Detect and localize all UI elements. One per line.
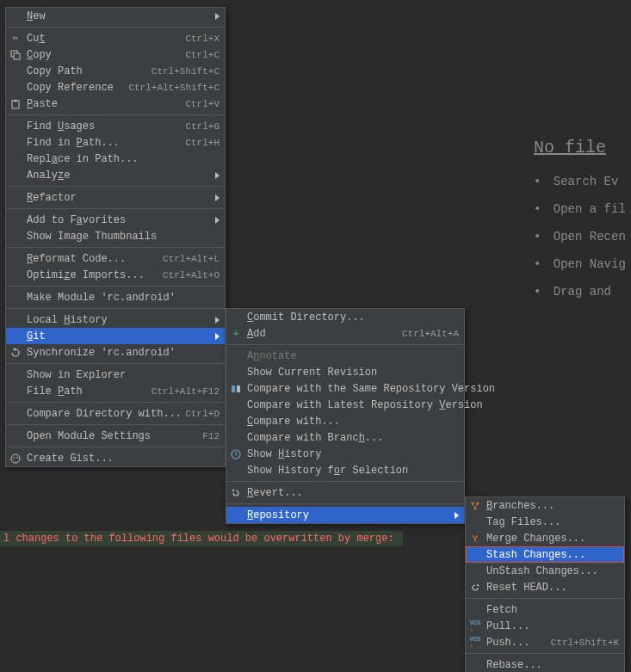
menu-separator (6, 186, 225, 187)
menu-separator (6, 208, 225, 209)
menu-add[interactable]: + Add Ctrl+Alt+A (226, 325, 464, 342)
menu-git[interactable]: Git (6, 328, 225, 344)
menu-fetch[interactable]: Fetch (466, 601, 624, 618)
menu-find-usages[interactable]: Find Usages Ctrl+G (6, 118, 225, 134)
menu-compare-with[interactable]: Compare with... (226, 413, 464, 429)
menu-new[interactable]: New (6, 8, 225, 24)
hint-item: Open Recen (534, 230, 631, 244)
svg-point-6 (16, 457, 18, 459)
shortcut: Ctrl+Alt+F12 (152, 386, 220, 397)
menu-repository[interactable]: Repository (226, 507, 464, 523)
submenu-arrow-icon (215, 333, 220, 340)
svg-point-5 (13, 457, 15, 459)
menu-analyze[interactable]: Analyze (6, 167, 225, 183)
menu-add-favorites[interactable]: Add to Favorites (6, 212, 225, 228)
menu-copy-reference[interactable]: Copy Reference Ctrl+Alt+Shift+C (6, 79, 225, 96)
menu-separator (6, 308, 225, 309)
shortcut: Ctrl+Alt+L (163, 254, 220, 264)
copy-icon (9, 49, 22, 61)
menu-separator (6, 286, 225, 287)
menu-merge-changes[interactable]: Merge Changes... (466, 530, 624, 546)
menu-show-history[interactable]: Show History (226, 446, 464, 462)
github-icon (9, 453, 22, 465)
menu-rebase[interactable]: Rebase... (466, 657, 624, 672)
svg-rect-1 (14, 53, 20, 59)
menu-show-thumbnails[interactable]: Show Image Thumbnails (6, 228, 225, 244)
menu-optimize-imports[interactable]: Optimize Imports... Ctrl+Alt+O (6, 267, 225, 283)
menu-annotate[interactable]: Annotate (226, 348, 464, 364)
menu-separator (6, 424, 225, 425)
menu-make-module[interactable]: Make Module 'rc.android' (6, 289, 225, 305)
vcs-pull-icon: VCS↓ (469, 620, 481, 632)
clipboard-icon (9, 98, 22, 110)
menu-separator (466, 598, 624, 599)
plus-icon: + (230, 328, 242, 340)
menu-push[interactable]: VCS↑ Push... Ctrl+Shift+K (466, 634, 624, 650)
menu-separator (226, 481, 464, 482)
menu-compare-same-repo[interactable]: Compare with the Same Repository Version (226, 380, 464, 397)
svg-rect-3 (14, 100, 17, 102)
hint-item: Open a fil (534, 202, 631, 216)
context-menu-repository: Branches... Tag Files... Merge Changes..… (465, 496, 625, 672)
menu-show-in-explorer[interactable]: Show in Explorer (6, 367, 225, 383)
shortcut: Ctrl+H (185, 138, 220, 148)
menu-separator (6, 247, 225, 248)
menu-create-gist[interactable]: Create Gist... (6, 450, 225, 466)
submenu-arrow-icon (455, 512, 459, 519)
no-file-title: No file (534, 138, 631, 157)
menu-commit-directory[interactable]: Commit Directory... (226, 309, 464, 325)
menu-unstash-changes[interactable]: UnStash Changes... (466, 563, 624, 579)
menu-separator (6, 402, 225, 403)
svg-rect-7 (232, 385, 235, 392)
menu-file-path[interactable]: File Path Ctrl+Alt+F12 (6, 383, 225, 399)
submenu-arrow-icon (215, 217, 220, 224)
menu-synchronize[interactable]: Synchronize 'rc.android' (6, 344, 225, 361)
svg-rect-8 (237, 385, 240, 392)
shortcut: Ctrl+G (185, 121, 220, 132)
context-menu-main: New ✂ Cut Ctrl+X Copy Ctrl+C Copy Path C… (5, 7, 226, 467)
menu-compare-directory[interactable]: Compare Directory with... Ctrl+D (6, 405, 225, 422)
menu-reset-head[interactable]: Reset HEAD... (466, 579, 624, 595)
shortcut: Ctrl+D (185, 409, 220, 419)
hint-item: Search Ev (534, 175, 631, 188)
menu-compare-branch[interactable]: Compare with Branch... (226, 429, 464, 446)
vcs-push-icon: VCS↑ (469, 637, 481, 649)
submenu-arrow-icon (215, 194, 220, 201)
menu-separator (6, 363, 225, 364)
menu-refactor[interactable]: Refactor (6, 189, 225, 206)
menu-find-in-path[interactable]: Find in Path... Ctrl+H (6, 134, 225, 151)
menu-branches[interactable]: Branches... (466, 497, 624, 514)
menu-copy-path[interactable]: Copy Path Ctrl+Shift+C (6, 63, 225, 79)
svg-point-4 (11, 454, 20, 463)
menu-separator (6, 114, 225, 115)
shortcut: Ctrl+Alt+Shift+C (128, 83, 220, 93)
menu-separator (466, 653, 624, 654)
context-menu-git: Commit Directory... + Add Ctrl+Alt+A Ann… (226, 308, 465, 524)
shortcut: F12 (202, 431, 220, 441)
shortcut: Ctrl+Alt+O (163, 270, 220, 281)
shortcut: Ctrl+Alt+A (402, 329, 459, 339)
menu-show-current-revision[interactable]: Show Current Revision (226, 364, 464, 380)
menu-pull[interactable]: VCS↓ Pull... (466, 618, 624, 634)
shortcut: Ctrl+X (185, 34, 220, 44)
menu-copy[interactable]: Copy Ctrl+C (6, 46, 225, 63)
console-error-line: l changes to the following files would b… (0, 531, 403, 546)
hint-item: Open Navig (534, 257, 631, 271)
menu-replace-in-path[interactable]: Replace in Path... (6, 151, 225, 167)
menu-open-module-settings[interactable]: Open Module Settings F12 (6, 428, 225, 444)
menu-paste[interactable]: Paste Ctrl+V (6, 96, 225, 112)
menu-revert[interactable]: Revert... (226, 484, 464, 501)
menu-reformat-code[interactable]: Reformat Code... Ctrl+Alt+L (6, 250, 225, 267)
menu-show-history-selection[interactable]: Show History for Selection (226, 462, 464, 478)
menu-compare-latest-repo[interactable]: Compare with Latest Repository Version (226, 397, 464, 413)
menu-local-history[interactable]: Local History (6, 311, 225, 328)
menu-cut[interactable]: ✂ Cut Ctrl+X (6, 30, 225, 46)
shortcut: Ctrl+C (185, 50, 220, 60)
shortcut: Ctrl+V (185, 99, 220, 109)
submenu-arrow-icon (215, 317, 220, 324)
menu-stash-changes[interactable]: Stash Changes... (466, 546, 624, 563)
shortcut: Ctrl+Shift+C (152, 66, 220, 77)
hint-item: Drag and (534, 285, 631, 299)
menu-tag-files[interactable]: Tag Files... (466, 514, 624, 530)
menu-separator (226, 503, 464, 504)
